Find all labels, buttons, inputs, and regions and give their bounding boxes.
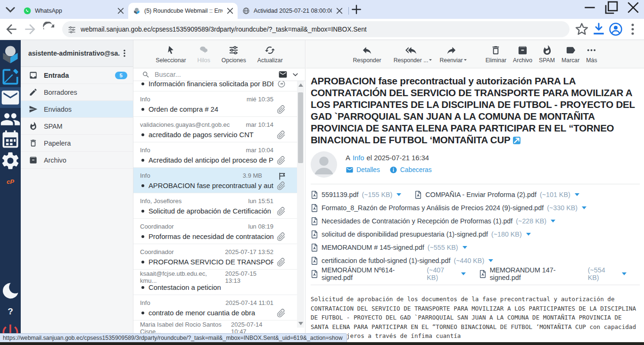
mark-button[interactable]: Marcar bbox=[561, 45, 579, 64]
unread-dot bbox=[141, 184, 144, 187]
attachment-menu-caret-icon[interactable] bbox=[461, 272, 466, 275]
site-settings-icon[interactable] bbox=[68, 25, 76, 33]
list-scrollbar[interactable] bbox=[297, 81, 304, 328]
forward-caret-icon[interactable] bbox=[463, 58, 468, 62]
tab-close-icon[interactable] bbox=[117, 7, 124, 15]
restore-button[interactable] bbox=[601, 0, 622, 15]
attachment-item[interactable]: Necesidades de Contratación y Recepción … bbox=[311, 217, 555, 225]
forward-button[interactable]: Reenviar bbox=[439, 45, 462, 64]
message-row[interactable]: validaciones.guayas@cnt.gob.ecmar 10:14 … bbox=[133, 117, 298, 142]
message-row-selected[interactable]: Info3.9 MB APROBACION fase precontractua… bbox=[133, 168, 298, 193]
reply-all-button[interactable]: Responder ... bbox=[394, 45, 429, 64]
message-row[interactable]: ksaait@fcjse.utb.edu.ec, kmu...2025-07-1… bbox=[133, 270, 298, 295]
attachment-menu-caret-icon[interactable] bbox=[488, 259, 493, 262]
headers-toggle[interactable]: Cabeceras bbox=[389, 166, 432, 174]
attachment-size: (~555 KB) bbox=[428, 244, 458, 251]
scroll-down-arrow[interactable] bbox=[298, 322, 303, 325]
search-options-chevron-icon[interactable] bbox=[292, 72, 298, 78]
attachment-menu-caret-icon[interactable] bbox=[526, 233, 531, 236]
reply-all-caret-icon[interactable] bbox=[428, 58, 433, 62]
archive-button[interactable]: Archivo bbox=[513, 45, 532, 64]
recipient-link[interactable]: Info bbox=[353, 154, 364, 162]
more-button[interactable]: Más bbox=[586, 45, 597, 64]
email-subject-text: APROBACION fase precontractual y autoriz… bbox=[311, 75, 635, 145]
calendar-icon[interactable] bbox=[0, 130, 21, 150]
help-icon[interactable]: ? bbox=[0, 301, 21, 322]
url-text[interactable]: webmail.sanjuan.gob.ec/cpsess1535909589/… bbox=[81, 26, 564, 33]
downloads-icon[interactable] bbox=[591, 22, 606, 37]
message-row[interactable]: Info, Josefloreslun 15:51 Solicitud de a… bbox=[133, 193, 298, 219]
tab-whatsapp[interactable]: WhatsApp bbox=[19, 3, 128, 19]
settings-gear-icon[interactable] bbox=[0, 150, 21, 171]
message-row[interactable]: Infomar 10:04 Acreditado del anticipo de… bbox=[133, 142, 298, 168]
spam-button[interactable]: SPAM bbox=[539, 45, 555, 64]
scrollbar-thumb[interactable] bbox=[298, 92, 303, 163]
tab-close-icon[interactable] bbox=[226, 7, 234, 15]
details-toggle[interactable]: Detalles bbox=[346, 166, 380, 174]
folder-archivo[interactable]: Archivo bbox=[21, 152, 133, 169]
tab-roundcube-active[interactable]: (5) Roundcube Webmail :: Envia bbox=[128, 3, 238, 19]
tab-search-chevron-icon[interactable] bbox=[4, 3, 17, 16]
attachment-item[interactable]: MEMORÁNDUM Nº614-signed.pdf (~407 KB) bbox=[311, 266, 466, 281]
tab-close-icon[interactable] bbox=[336, 7, 343, 15]
refresh-button[interactable]: Actualizar bbox=[257, 45, 283, 64]
attachment-menu-caret-icon[interactable] bbox=[396, 193, 401, 196]
folder-papelera[interactable]: Papelera bbox=[21, 135, 133, 152]
attachment-name: MEMORANDUM # 145-signed.pdf bbox=[322, 244, 424, 251]
folder-enviados[interactable]: Enviados bbox=[21, 101, 133, 118]
attachment-item[interactable]: solicitud de disponibilidad presupuestar… bbox=[311, 230, 531, 238]
options-button[interactable]: Opciones bbox=[222, 45, 246, 64]
forward-button[interactable] bbox=[23, 22, 38, 37]
close-window-button[interactable] bbox=[622, 0, 644, 15]
profile-avatar-icon[interactable] bbox=[608, 22, 623, 37]
tab-actividad[interactable]: Actividad 2025-07-21 08:00:00 bbox=[238, 3, 347, 19]
back-button[interactable] bbox=[4, 22, 19, 37]
attachment-item[interactable]: COMPAÑIA - Enviar Proforma (2).pdf (~101… bbox=[414, 190, 579, 199]
search-scope-mail-icon[interactable] bbox=[278, 70, 288, 79]
select-button[interactable]: Seleccionar bbox=[156, 45, 186, 64]
message-row[interactable]: Infomié 10:35 Orden de compra # 24 bbox=[133, 91, 298, 117]
account-header[interactable]: asistente-administrativo@sa... bbox=[21, 40, 133, 67]
folder-spam[interactable]: SPAM bbox=[21, 118, 133, 135]
reply-button[interactable]: Responder bbox=[353, 45, 381, 64]
reload-button[interactable] bbox=[41, 22, 57, 37]
attachment-menu-caret-icon[interactable] bbox=[575, 193, 579, 196]
address-bar[interactable]: webmail.sanjuan.gob.ec/cpsess1535909589/… bbox=[62, 21, 570, 37]
message-row[interactable]: Info2025-07-14 11:01 contrato de menor c… bbox=[133, 295, 298, 320]
attachment-item[interactable]: MEMORANDUM 147-signed.pdf (~554 KB) bbox=[479, 266, 627, 281]
attachment-menu-caret-icon[interactable] bbox=[582, 206, 586, 209]
attachment-item[interactable]: 5591139.pdf (~155 KB) bbox=[311, 190, 401, 199]
contacts-icon[interactable] bbox=[0, 109, 21, 130]
message-row[interactable]: Coordinadorlun 08:19 Proformas de necesi… bbox=[133, 219, 298, 244]
account-menu-kebab-icon[interactable] bbox=[120, 48, 129, 59]
scroll-up-arrow[interactable] bbox=[298, 83, 303, 87]
bookmark-star-icon[interactable] bbox=[574, 22, 589, 37]
pointer-icon bbox=[165, 45, 176, 56]
cpanel-logo[interactable]: cP bbox=[0, 171, 21, 192]
browser-menu-kebab-icon[interactable] bbox=[625, 22, 640, 37]
attachment-item[interactable]: certificacion de futbol-signed (1)-signe… bbox=[311, 256, 493, 265]
attachment-item[interactable]: MEMORANDUM # 145-signed.pdf (~555 KB) bbox=[311, 243, 467, 252]
select-label: Seleccionar bbox=[156, 57, 186, 64]
external-link-icon[interactable] bbox=[513, 137, 520, 144]
message-row-partial[interactable]: Información financiera solicitada por BD… bbox=[133, 81, 298, 91]
attachment-item[interactable]: Formato_8_Razón de Proformas y Análisis … bbox=[311, 204, 586, 212]
minimize-button[interactable] bbox=[579, 0, 601, 15]
delete-button[interactable]: Eliminar bbox=[486, 45, 506, 64]
attachment-menu-caret-icon[interactable] bbox=[622, 272, 627, 275]
attachment-menu-caret-icon[interactable] bbox=[551, 220, 555, 222]
message-row[interactable]: Coordinador2025-07-17 13:52 PROFORMA SER… bbox=[133, 244, 298, 270]
forward-label: Reenviar bbox=[439, 57, 462, 64]
new-tab-button[interactable] bbox=[350, 3, 363, 16]
dark-mode-moon-icon[interactable] bbox=[0, 280, 21, 301]
message-sender: ksaait@fcjse.utb.edu.ec, kmu... bbox=[140, 270, 225, 284]
folder-borradores[interactable]: Borradores bbox=[21, 84, 133, 101]
folder-entrada[interactable]: Entrada 5 bbox=[21, 67, 133, 84]
search-input[interactable] bbox=[155, 71, 273, 78]
threads-button[interactable]: Hilos bbox=[197, 45, 210, 64]
attachment-menu-caret-icon[interactable] bbox=[462, 246, 467, 249]
details-label: Detalles bbox=[356, 166, 380, 173]
compose-icon[interactable] bbox=[0, 66, 21, 87]
pdf-file-icon bbox=[311, 243, 318, 252]
mail-icon[interactable] bbox=[0, 87, 21, 108]
